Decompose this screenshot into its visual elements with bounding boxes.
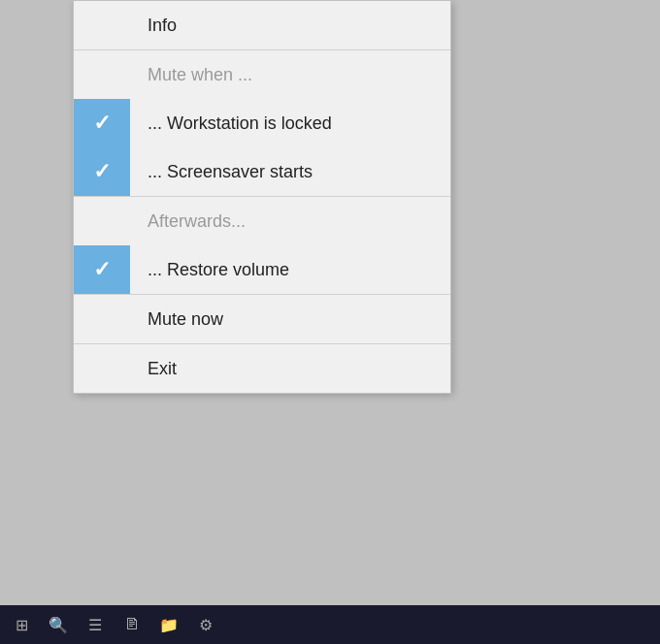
menu-label-afterwards-header: Afterwards... (130, 198, 450, 245)
check-area (74, 344, 130, 393)
taskbar-icon-5: 📁 (151, 607, 186, 642)
check-mark-icon: ✓ (93, 111, 111, 136)
menu-item-workstation-locked[interactable]: ✓... Workstation is locked (74, 99, 450, 147)
check-mark-icon: ✓ (93, 257, 111, 282)
taskbar-icon-1: ⊞ (4, 607, 39, 642)
taskbar-icon-2: 🔍 (41, 607, 76, 642)
menu-label-info: Info (130, 2, 450, 49)
check-mark-icon: ✓ (93, 159, 111, 184)
menu-item-mute-when-header: Mute when ... (74, 50, 450, 99)
menu-item-mute-now[interactable]: Mute now (74, 295, 450, 343)
check-area (74, 295, 130, 343)
menu-item-info[interactable]: Info (74, 1, 450, 49)
taskbar-icon-3: ☰ (78, 607, 113, 642)
menu-item-exit[interactable]: Exit (74, 344, 450, 393)
check-area (74, 50, 130, 99)
menu-label-mute-when-header: Mute when ... (130, 51, 450, 99)
menu-item-screensaver-starts[interactable]: ✓... Screensaver starts (74, 147, 450, 196)
context-menu: InfoMute when ...✓... Workstation is loc… (73, 0, 451, 394)
check-area (74, 197, 130, 245)
menu-label-workstation-locked: ... Workstation is locked (130, 100, 450, 147)
menu-item-restore-volume[interactable]: ✓... Restore volume (74, 245, 450, 294)
menu-item-afterwards-header: Afterwards... (74, 197, 450, 245)
menu-label-restore-volume: ... Restore volume (130, 246, 450, 294)
check-area: ✓ (74, 99, 130, 147)
taskbar-icon-4: 🖹 (115, 607, 149, 642)
menu-label-exit: Exit (130, 345, 450, 393)
check-area: ✓ (74, 245, 130, 294)
check-area (74, 1, 130, 49)
taskbar-icon-6: ⚙ (188, 607, 223, 642)
menu-label-screensaver-starts: ... Screensaver starts (130, 148, 450, 196)
taskbar-icons: ⊞ 🔍 ☰ 🖹 📁 ⚙ (0, 607, 227, 642)
menu-label-mute-now: Mute now (130, 296, 450, 343)
taskbar: ⊞ 🔍 ☰ 🖹 📁 ⚙ (0, 605, 660, 644)
check-area: ✓ (74, 147, 130, 196)
